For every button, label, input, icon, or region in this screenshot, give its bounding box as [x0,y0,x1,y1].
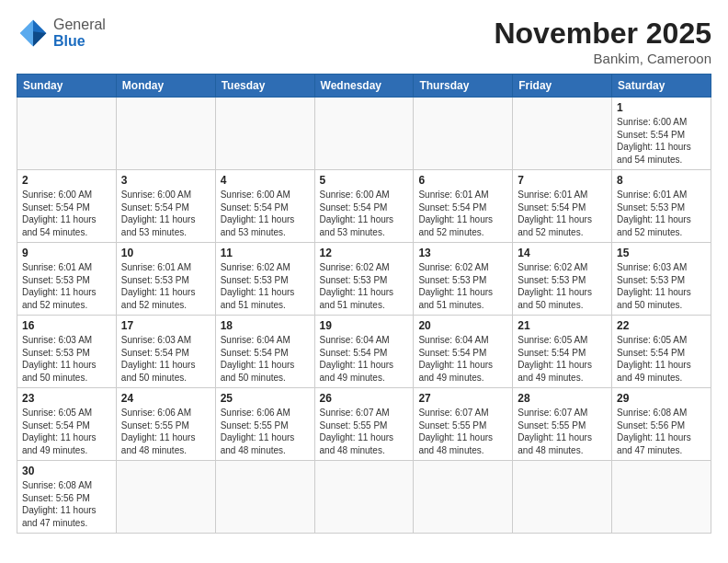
calendar-table: SundayMondayTuesdayWednesdayThursdayFrid… [17,74,711,534]
day-info: Sunrise: 6:04 AM Sunset: 5:54 PM Dayligh… [418,334,507,384]
day-number: 2 [22,174,111,187]
day-number: 24 [121,392,210,405]
day-number: 8 [617,174,706,187]
day-number: 11 [221,247,310,259]
calendar-cell: 14Sunrise: 6:02 AM Sunset: 5:53 PM Dayli… [513,243,612,316]
day-info: Sunrise: 6:05 AM Sunset: 5:54 PM Dayligh… [22,407,111,456]
day-info: Sunrise: 6:00 AM Sunset: 5:54 PM Dayligh… [221,189,310,238]
svg-marker-1 [20,20,33,47]
logo-icon [17,17,50,50]
day-info: Sunrise: 6:00 AM Sunset: 5:54 PM Dayligh… [22,189,111,238]
month-year-title: November 2025 [494,17,711,51]
day-number: 7 [518,174,607,187]
calendar-cell: 22Sunrise: 6:05 AM Sunset: 5:54 PM Dayli… [612,316,711,388]
day-info: Sunrise: 6:03 AM Sunset: 5:54 PM Dayligh… [121,334,210,384]
calendar-cell: 19Sunrise: 6:04 AM Sunset: 5:54 PM Dayli… [314,316,414,388]
calendar-cell [612,461,711,534]
calendar-cell: 6Sunrise: 6:01 AM Sunset: 5:54 PM Daylig… [414,170,513,243]
title-block: November 2025 Bankim, Cameroon [494,17,711,66]
calendar-cell [314,98,414,170]
calendar-cell: 24Sunrise: 6:06 AM Sunset: 5:55 PM Dayli… [116,388,215,461]
calendar-cell: 18Sunrise: 6:04 AM Sunset: 5:54 PM Dayli… [215,316,314,388]
day-info: Sunrise: 6:00 AM Sunset: 5:54 PM Dayligh… [617,116,706,166]
day-number: 10 [121,247,210,259]
day-number: 23 [22,392,111,405]
day-number: 15 [617,247,706,259]
calendar-cell [215,98,314,170]
calendar-cell [215,461,314,534]
day-number: 18 [221,319,310,332]
day-info: Sunrise: 6:06 AM Sunset: 5:55 PM Dayligh… [221,407,310,456]
calendar-cell: 15Sunrise: 6:03 AM Sunset: 5:53 PM Dayli… [612,243,711,316]
day-number: 20 [418,319,507,332]
logo-text: General Blue [53,17,106,49]
calendar-cell: 12Sunrise: 6:02 AM Sunset: 5:53 PM Dayli… [314,243,414,316]
calendar-cell: 8Sunrise: 6:01 AM Sunset: 5:53 PM Daylig… [612,170,711,243]
day-info: Sunrise: 6:05 AM Sunset: 5:54 PM Dayligh… [518,334,607,384]
calendar-cell [116,98,215,170]
day-number: 19 [320,319,409,332]
day-info: Sunrise: 6:03 AM Sunset: 5:53 PM Dayligh… [617,261,706,311]
day-number: 22 [617,319,706,332]
day-number: 16 [22,319,111,332]
calendar-cell: 10Sunrise: 6:01 AM Sunset: 5:53 PM Dayli… [116,243,215,316]
calendar-week-row: 30Sunrise: 6:08 AM Sunset: 5:56 PM Dayli… [17,461,711,534]
calendar-cell: 9Sunrise: 6:01 AM Sunset: 5:53 PM Daylig… [17,243,117,316]
day-number: 3 [121,174,210,187]
calendar-week-row: 2Sunrise: 6:00 AM Sunset: 5:54 PM Daylig… [17,170,711,243]
day-info: Sunrise: 6:07 AM Sunset: 5:55 PM Dayligh… [418,407,507,456]
day-number: 1 [617,101,706,114]
day-number: 12 [320,247,409,259]
calendar-cell: 26Sunrise: 6:07 AM Sunset: 5:55 PM Dayli… [314,388,414,461]
day-info: Sunrise: 6:02 AM Sunset: 5:53 PM Dayligh… [518,261,607,311]
day-info: Sunrise: 6:00 AM Sunset: 5:54 PM Dayligh… [121,189,210,238]
calendar-week-row: 9Sunrise: 6:01 AM Sunset: 5:53 PM Daylig… [17,243,711,316]
logo: General Blue [17,17,106,50]
calendar-cell [116,461,215,534]
calendar-cell: 5Sunrise: 6:00 AM Sunset: 5:54 PM Daylig… [314,170,414,243]
day-number: 26 [320,392,409,405]
day-info: Sunrise: 6:05 AM Sunset: 5:54 PM Dayligh… [617,334,706,384]
calendar-cell [414,98,513,170]
weekday-header-tuesday: Tuesday [215,75,314,98]
day-info: Sunrise: 6:08 AM Sunset: 5:56 PM Dayligh… [22,479,111,529]
calendar-cell: 11Sunrise: 6:02 AM Sunset: 5:53 PM Dayli… [215,243,314,316]
day-info: Sunrise: 6:01 AM Sunset: 5:54 PM Dayligh… [418,189,507,238]
calendar-cell: 2Sunrise: 6:00 AM Sunset: 5:54 PM Daylig… [17,170,117,243]
calendar-cell [513,461,612,534]
calendar-cell: 30Sunrise: 6:08 AM Sunset: 5:56 PM Dayli… [17,461,117,534]
day-info: Sunrise: 6:07 AM Sunset: 5:55 PM Dayligh… [518,407,607,456]
day-info: Sunrise: 6:01 AM Sunset: 5:53 PM Dayligh… [121,261,210,311]
calendar-cell: 17Sunrise: 6:03 AM Sunset: 5:54 PM Dayli… [116,316,215,388]
calendar-cell: 21Sunrise: 6:05 AM Sunset: 5:54 PM Dayli… [513,316,612,388]
calendar-week-row: 23Sunrise: 6:05 AM Sunset: 5:54 PM Dayli… [17,388,711,461]
calendar-cell: 3Sunrise: 6:00 AM Sunset: 5:54 PM Daylig… [116,170,215,243]
calendar-cell: 16Sunrise: 6:03 AM Sunset: 5:53 PM Dayli… [17,316,117,388]
location-subtitle: Bankim, Cameroon [494,51,711,66]
calendar-cell [17,98,117,170]
day-info: Sunrise: 6:02 AM Sunset: 5:53 PM Dayligh… [320,261,409,311]
day-info: Sunrise: 6:08 AM Sunset: 5:56 PM Dayligh… [617,407,706,456]
calendar-week-row: 16Sunrise: 6:03 AM Sunset: 5:53 PM Dayli… [17,316,711,388]
weekday-header-sunday: Sunday [17,75,117,98]
day-info: Sunrise: 6:06 AM Sunset: 5:55 PM Dayligh… [121,407,210,456]
calendar-cell [414,461,513,534]
calendar-cell: 28Sunrise: 6:07 AM Sunset: 5:55 PM Dayli… [513,388,612,461]
calendar-cell: 13Sunrise: 6:02 AM Sunset: 5:53 PM Dayli… [414,243,513,316]
calendar-cell: 27Sunrise: 6:07 AM Sunset: 5:55 PM Dayli… [414,388,513,461]
svg-marker-2 [33,31,46,46]
calendar-cell: 4Sunrise: 6:00 AM Sunset: 5:54 PM Daylig… [215,170,314,243]
day-number: 21 [518,319,607,332]
calendar-cell: 25Sunrise: 6:06 AM Sunset: 5:55 PM Dayli… [215,388,314,461]
day-number: 30 [22,465,111,477]
weekday-header-monday: Monday [116,75,215,98]
day-number: 6 [418,174,507,187]
day-info: Sunrise: 6:02 AM Sunset: 5:53 PM Dayligh… [221,261,310,311]
page-header: General Blue November 2025 Bankim, Camer… [17,17,711,66]
day-number: 27 [418,392,507,405]
day-number: 29 [617,392,706,405]
day-number: 28 [518,392,607,405]
weekday-header-thursday: Thursday [414,75,513,98]
calendar-cell [513,98,612,170]
calendar-cell: 23Sunrise: 6:05 AM Sunset: 5:54 PM Dayli… [17,388,117,461]
